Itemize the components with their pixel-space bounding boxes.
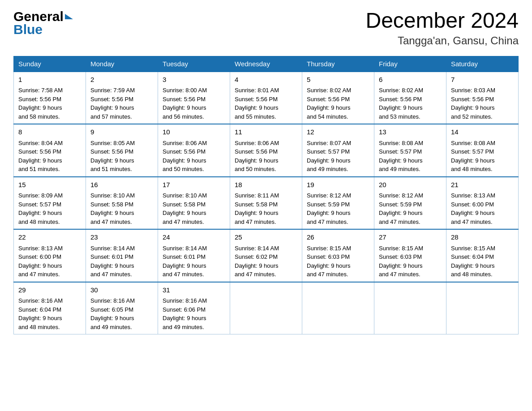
day-number: 2 <box>90 75 153 85</box>
logo-arrow-icon <box>65 14 73 19</box>
table-row: 2Sunrise: 7:59 AMSunset: 5:56 PMDaylight… <box>86 72 158 124</box>
table-row: 23Sunrise: 8:14 AMSunset: 6:01 PMDayligh… <box>86 229 158 282</box>
table-row: 24Sunrise: 8:14 AMSunset: 6:01 PMDayligh… <box>158 229 230 282</box>
table-row: 15Sunrise: 8:09 AMSunset: 5:57 PMDayligh… <box>14 177 86 230</box>
day-number: 31 <box>163 285 225 295</box>
table-row: 13Sunrise: 8:08 AMSunset: 5:57 PMDayligh… <box>374 124 446 177</box>
title-section: December 2024 Tangga'an, Gansu, China <box>365 9 519 47</box>
calendar-table: Sunday Monday Tuesday Wednesday Thursday… <box>13 56 519 335</box>
table-row: 5Sunrise: 8:02 AMSunset: 5:56 PMDaylight… <box>302 72 374 124</box>
day-number: 1 <box>18 75 81 85</box>
day-number: 7 <box>451 75 514 85</box>
table-row: 22Sunrise: 8:13 AMSunset: 6:00 PMDayligh… <box>14 229 86 282</box>
table-row <box>302 282 374 334</box>
day-number: 3 <box>163 75 225 85</box>
col-friday: Friday <box>374 56 446 72</box>
day-number: 10 <box>163 127 225 137</box>
day-number: 30 <box>90 285 153 295</box>
day-number: 16 <box>90 180 153 190</box>
table-row: 6Sunrise: 8:02 AMSunset: 5:56 PMDaylight… <box>374 72 446 124</box>
day-number: 25 <box>235 232 297 243</box>
day-number: 17 <box>163 180 225 190</box>
day-number: 18 <box>235 180 297 190</box>
table-row: 21Sunrise: 8:13 AMSunset: 6:00 PMDayligh… <box>446 177 519 230</box>
day-number: 24 <box>163 232 225 243</box>
col-monday: Monday <box>86 56 158 72</box>
col-sunday: Sunday <box>14 56 86 72</box>
day-number: 28 <box>451 232 514 243</box>
day-number: 13 <box>379 127 442 137</box>
day-number: 11 <box>235 127 297 137</box>
day-number: 20 <box>379 180 442 190</box>
table-row: 4Sunrise: 8:01 AMSunset: 5:56 PMDaylight… <box>230 72 302 124</box>
page-header: General Blue December 2024 Tangga'an, Ga… <box>13 9 519 47</box>
table-row: 17Sunrise: 8:10 AMSunset: 5:58 PMDayligh… <box>158 177 230 230</box>
day-number: 26 <box>307 232 369 243</box>
page-subtitle: Tangga'an, Gansu, China <box>365 34 519 47</box>
logo: General Blue <box>13 9 73 37</box>
day-number: 14 <box>451 127 514 137</box>
day-number: 9 <box>90 127 153 137</box>
col-thursday: Thursday <box>302 56 374 72</box>
calendar-week-row: 29Sunrise: 8:16 AMSunset: 6:04 PMDayligh… <box>14 282 519 334</box>
day-number: 23 <box>90 232 153 243</box>
table-row: 12Sunrise: 8:07 AMSunset: 5:57 PMDayligh… <box>302 124 374 177</box>
table-row: 26Sunrise: 8:15 AMSunset: 6:03 PMDayligh… <box>302 229 374 282</box>
col-saturday: Saturday <box>446 56 519 72</box>
day-number: 29 <box>18 285 81 295</box>
table-row: 20Sunrise: 8:12 AMSunset: 5:59 PMDayligh… <box>374 177 446 230</box>
table-row: 29Sunrise: 8:16 AMSunset: 6:04 PMDayligh… <box>14 282 86 334</box>
day-number: 15 <box>18 180 81 190</box>
calendar-week-row: 8Sunrise: 8:04 AMSunset: 5:56 PMDaylight… <box>14 124 519 177</box>
day-number: 5 <box>307 75 369 85</box>
table-row: 14Sunrise: 8:08 AMSunset: 5:57 PMDayligh… <box>446 124 519 177</box>
day-number: 21 <box>451 180 514 190</box>
col-wednesday: Wednesday <box>230 56 302 72</box>
table-row: 9Sunrise: 8:05 AMSunset: 5:56 PMDaylight… <box>86 124 158 177</box>
table-row: 3Sunrise: 8:00 AMSunset: 5:56 PMDaylight… <box>158 72 230 124</box>
table-row: 16Sunrise: 8:10 AMSunset: 5:58 PMDayligh… <box>86 177 158 230</box>
col-tuesday: Tuesday <box>158 56 230 72</box>
page-title: December 2024 <box>365 9 519 33</box>
table-row <box>230 282 302 334</box>
table-row: 1Sunrise: 7:58 AMSunset: 5:56 PMDaylight… <box>14 72 86 124</box>
table-row: 27Sunrise: 8:15 AMSunset: 6:03 PMDayligh… <box>374 229 446 282</box>
table-row: 28Sunrise: 8:15 AMSunset: 6:04 PMDayligh… <box>446 229 519 282</box>
day-number: 19 <box>307 180 369 190</box>
logo-blue: Blue <box>13 22 43 37</box>
calendar-header-row: Sunday Monday Tuesday Wednesday Thursday… <box>14 56 519 72</box>
table-row: 10Sunrise: 8:06 AMSunset: 5:56 PMDayligh… <box>158 124 230 177</box>
calendar-week-row: 15Sunrise: 8:09 AMSunset: 5:57 PMDayligh… <box>14 177 519 230</box>
day-number: 22 <box>18 232 81 243</box>
calendar-week-row: 22Sunrise: 8:13 AMSunset: 6:00 PMDayligh… <box>14 229 519 282</box>
table-row: 19Sunrise: 8:12 AMSunset: 5:59 PMDayligh… <box>302 177 374 230</box>
table-row: 11Sunrise: 8:06 AMSunset: 5:56 PMDayligh… <box>230 124 302 177</box>
table-row: 30Sunrise: 8:16 AMSunset: 6:05 PMDayligh… <box>86 282 158 334</box>
day-number: 8 <box>18 127 81 137</box>
day-number: 6 <box>379 75 442 85</box>
table-row: 25Sunrise: 8:14 AMSunset: 6:02 PMDayligh… <box>230 229 302 282</box>
table-row <box>446 282 519 334</box>
day-number: 4 <box>235 75 297 85</box>
calendar-week-row: 1Sunrise: 7:58 AMSunset: 5:56 PMDaylight… <box>14 72 519 124</box>
table-row: 8Sunrise: 8:04 AMSunset: 5:56 PMDaylight… <box>14 124 86 177</box>
table-row <box>374 282 446 334</box>
table-row: 18Sunrise: 8:11 AMSunset: 5:58 PMDayligh… <box>230 177 302 230</box>
table-row: 31Sunrise: 8:16 AMSunset: 6:06 PMDayligh… <box>158 282 230 334</box>
table-row: 7Sunrise: 8:03 AMSunset: 5:56 PMDaylight… <box>446 72 519 124</box>
day-number: 12 <box>307 127 369 137</box>
day-number: 27 <box>379 232 442 243</box>
